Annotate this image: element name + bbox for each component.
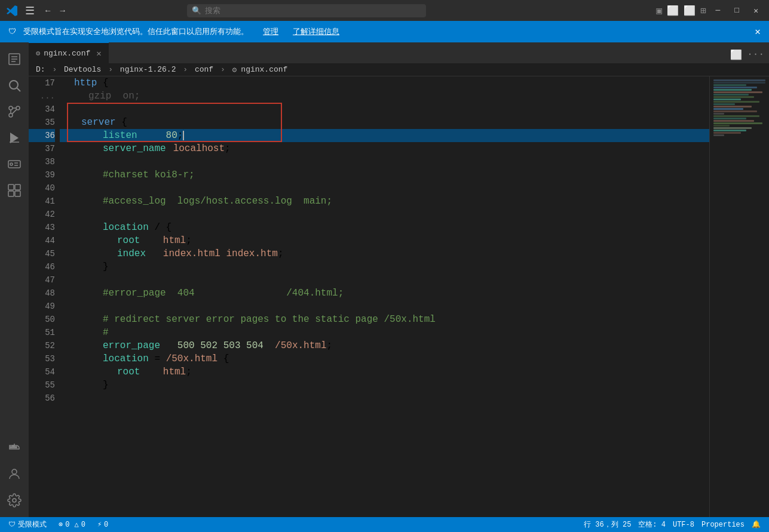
- learn-more-link[interactable]: 了解详细信息: [293, 26, 339, 37]
- errors-status[interactable]: ⊗ 0 △ 0: [55, 517, 89, 532]
- code-line-38: [60, 155, 709, 168]
- forward-arrow-icon[interactable]: →: [56, 5, 68, 17]
- indentation-label: 空格: 4: [638, 519, 666, 530]
- toggle-panel-icon[interactable]: ⬜: [667, 5, 679, 17]
- title-bar-right: ▣ ⬜ ⬜ ⊞ ─ □ ✕: [656, 5, 763, 17]
- svg-rect-13: [15, 184, 20, 190]
- code-line-50: # redirect server error pages to the sta…: [60, 313, 709, 326]
- breadcrumb-sep2: ›: [103, 65, 117, 74]
- code-line-49: [60, 300, 709, 313]
- breadcrumb-folder2[interactable]: nginx-1.26.2: [120, 65, 176, 74]
- code-line-47: [60, 273, 709, 287]
- nginx-conf-tab[interactable]: ⚙ nginx.conf ✕: [29, 42, 109, 63]
- nav-arrows: ← →: [42, 5, 69, 17]
- code-line-45: index index.html index.htm;: [60, 247, 709, 260]
- warning-count: 0: [81, 521, 85, 529]
- code-line-54: root html;: [60, 365, 709, 379]
- status-bar-right: 行 36，列 25 空格: 4 UTF-8 Properties 🔔: [580, 517, 764, 532]
- restricted-mode-banner: 🛡 受限模式旨在实现安全地浏览代码。信任此窗口以启用所有功能。 管理 了解详细信…: [0, 21, 769, 42]
- search-input[interactable]: [205, 6, 421, 15]
- breadcrumb: D: › Devtools › nginx-1.26.2 › conf › ⚙ …: [29, 63, 769, 76]
- svg-point-5: [9, 106, 13, 110]
- svg-point-9: [10, 163, 13, 165]
- docker-icon[interactable]: [2, 436, 26, 460]
- tab-bar: ⚙ nginx.conf ✕ ⬜ ···: [29, 42, 769, 63]
- line-ending-status[interactable]: Properties: [698, 517, 748, 532]
- ports-status[interactable]: ⚡ 0: [94, 517, 112, 532]
- code-line-53: location = /50x.html {: [60, 352, 709, 365]
- svg-line-2: [17, 88, 21, 92]
- source-control-icon[interactable]: [2, 100, 26, 124]
- banner-close-button[interactable]: ✕: [755, 26, 761, 38]
- hamburger-menu-icon[interactable]: ☰: [25, 4, 35, 17]
- maximize-button[interactable]: □: [730, 5, 744, 16]
- back-arrow-icon[interactable]: ←: [42, 5, 54, 17]
- code-line-44: root html;: [60, 234, 709, 247]
- breadcrumb-sep1: ›: [48, 65, 62, 74]
- svg-rect-19: [15, 447, 17, 448]
- run-debug-icon[interactable]: [2, 126, 26, 150]
- line-numbers: 17 ... 34 35 36 37 38 39 40 41 42 43 44 …: [29, 76, 60, 517]
- minimize-button[interactable]: ─: [711, 5, 725, 16]
- account-icon[interactable]: [2, 462, 26, 486]
- code-line-40: [60, 182, 709, 195]
- breadcrumb-folder3[interactable]: conf: [195, 65, 213, 74]
- restricted-mode-status[interactable]: 🛡 受限模式: [5, 517, 50, 532]
- cursor-position-status[interactable]: 行 36，列 25: [580, 517, 635, 532]
- explorer-icon[interactable]: [2, 47, 26, 71]
- remote-explorer-icon[interactable]: [2, 152, 26, 176]
- breadcrumb-folder1[interactable]: Devtools: [64, 65, 101, 74]
- warning-icon: △: [74, 520, 78, 529]
- search-icon[interactable]: [2, 73, 26, 97]
- customize-layout-icon[interactable]: ⊞: [700, 5, 706, 17]
- code-line-34: [60, 103, 709, 116]
- status-bar-left: 🛡 受限模式 ⊗ 0 △ 0 ⚡ 0: [5, 517, 112, 532]
- breadcrumb-drive: D:: [36, 65, 45, 74]
- more-actions-icon[interactable]: ···: [747, 49, 764, 61]
- search-bar[interactable]: 🔍: [187, 4, 426, 17]
- restricted-mode-label: 受限模式: [18, 519, 47, 530]
- main-container: ⚙ nginx.conf ✕ ⬜ ··· D: › Devtools › ngi…: [0, 42, 769, 517]
- cursor-position-label: 行 36，列 25: [584, 519, 631, 530]
- encoding-status[interactable]: UTF-8: [669, 517, 698, 532]
- editor-area: ⚙ nginx.conf ✕ ⬜ ··· D: › Devtools › ngi…: [29, 42, 769, 517]
- code-line-gzip: gzip on;: [60, 90, 709, 103]
- error-icon: ⊗: [59, 520, 63, 529]
- vscode-logo-icon: [6, 5, 18, 17]
- svg-rect-15: [15, 191, 20, 196]
- search-icon: 🔍: [192, 6, 201, 16]
- banner-text: 受限模式旨在实现安全地浏览代码。信任此窗口以启用所有功能。: [23, 26, 249, 37]
- code-line-51: #: [60, 326, 709, 339]
- code-line-17: http {: [60, 76, 709, 90]
- code-line-52: error_page 500 502 503 504 /50x.html;: [60, 339, 709, 352]
- toggle-secondary-sidebar-icon[interactable]: ⬜: [684, 5, 696, 17]
- code-line-36: listen80;: [60, 129, 709, 142]
- code-content[interactable]: http { gzip on; server { listen80;: [60, 76, 709, 517]
- close-button[interactable]: ✕: [749, 5, 763, 17]
- tab-filename: nginx.conf: [44, 49, 90, 58]
- encoding-label: UTF-8: [673, 521, 694, 529]
- code-editor[interactable]: 17 ... 34 35 36 37 38 39 40 41 42 43 44 …: [29, 76, 769, 517]
- tab-close-icon[interactable]: ✕: [96, 48, 101, 59]
- split-editor-icon[interactable]: ⬜: [730, 49, 742, 61]
- port-count: 0: [104, 521, 108, 529]
- svg-point-1: [10, 81, 18, 89]
- indentation-status[interactable]: 空格: 4: [635, 517, 669, 532]
- settings-icon[interactable]: [2, 488, 26, 512]
- activity-bar: [0, 42, 29, 517]
- breadcrumb-file[interactable]: nginx.conf: [241, 65, 287, 74]
- toggle-primary-sidebar-icon[interactable]: ▣: [656, 5, 662, 17]
- code-line-56: [60, 392, 709, 405]
- restricted-mode-icon: 🛡: [8, 520, 16, 529]
- error-count: 0: [65, 521, 69, 529]
- svg-rect-12: [8, 184, 14, 190]
- minimap: [709, 76, 769, 517]
- manage-link[interactable]: 管理: [263, 26, 278, 37]
- svg-rect-16: [10, 447, 12, 448]
- port-icon: ⚡: [97, 520, 102, 529]
- line-ending-label: Properties: [701, 521, 745, 529]
- notifications-status[interactable]: 🔔: [748, 517, 764, 532]
- svg-point-20: [12, 469, 17, 474]
- code-line-42: [60, 208, 709, 221]
- extensions-icon[interactable]: [2, 179, 26, 202]
